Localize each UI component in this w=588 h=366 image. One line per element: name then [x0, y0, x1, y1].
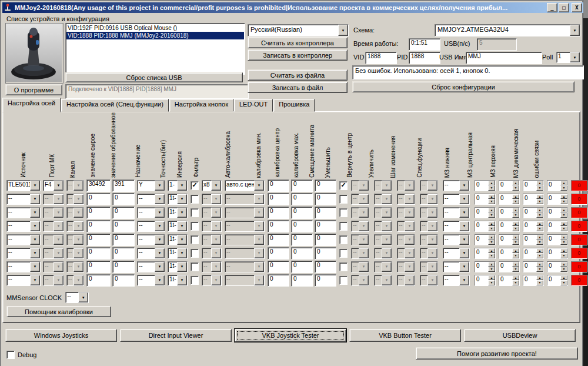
dropdown-arrow-icon[interactable]	[155, 275, 165, 285]
spin-up-icon[interactable]	[536, 221, 543, 227]
spin-down-icon[interactable]	[512, 226, 519, 231]
calibration-max-field[interactable]: 0	[315, 261, 336, 273]
mz-lower-spinner[interactable]: 0	[475, 194, 496, 205]
processed-value-field[interactable]: 0	[112, 220, 135, 232]
dropdown-arrow-icon[interactable]	[30, 181, 40, 191]
calibration-center-field[interactable]: 0	[291, 247, 313, 259]
spin-up-icon[interactable]	[512, 194, 519, 199]
pid-field[interactable]: 1888	[409, 52, 440, 64]
mz-upper-spinner[interactable]: 0	[523, 194, 544, 205]
spin-up-icon[interactable]	[560, 221, 567, 227]
raw-value-field[interactable]: 0	[86, 220, 111, 232]
spin-down-icon[interactable]	[536, 185, 543, 191]
spin-down-icon[interactable]	[512, 267, 519, 272]
mz-upper-spinner[interactable]: 0	[523, 275, 544, 286]
special-function-select[interactable]: --	[443, 261, 470, 272]
tool-button[interactable]: VKB Joystick Tester	[235, 329, 346, 342]
dropdown-arrow-icon[interactable]	[570, 52, 580, 62]
usb-name-field[interactable]: MMJ	[466, 52, 542, 64]
spin-up-icon[interactable]	[512, 235, 519, 240]
assignment-select[interactable]: --	[137, 234, 165, 245]
axis-source-select[interactable]: --	[6, 194, 41, 205]
spin-up-icon[interactable]	[560, 275, 567, 281]
mz-dynamic-spinner[interactable]: 0	[547, 194, 568, 205]
inversion-checkbox[interactable]	[191, 276, 199, 285]
mmsensor-clock-select[interactable]: --	[65, 292, 89, 303]
spin-down-icon[interactable]	[560, 280, 567, 285]
spin-up-icon[interactable]	[512, 181, 519, 186]
dropdown-arrow-icon[interactable]	[30, 208, 40, 218]
dropdown-arrow-icon[interactable]	[30, 262, 40, 272]
spin-down-icon[interactable]	[560, 239, 567, 245]
calibration-max-field[interactable]: 0	[315, 247, 336, 259]
mz-central-spinner[interactable]: 0	[499, 234, 520, 245]
spin-down-icon[interactable]	[512, 185, 519, 191]
spin-up-icon[interactable]	[512, 275, 519, 281]
tool-button[interactable]: Windows Joysticks	[5, 329, 117, 342]
magnet-offset-checkbox[interactable]	[339, 235, 348, 244]
spin-down-icon[interactable]	[560, 226, 567, 231]
calibration-min-field[interactable]: 0	[268, 193, 289, 205]
mz-dynamic-spinner[interactable]: 0	[547, 207, 568, 218]
dropdown-arrow-icon[interactable]	[155, 221, 165, 231]
precision-select[interactable]: 1t-	[168, 248, 188, 259]
tool-button[interactable]: Direct Input Viewer	[120, 329, 232, 342]
assignment-select[interactable]: Y	[137, 180, 165, 191]
magnet-offset-checkbox[interactable]	[339, 249, 348, 258]
calibration-min-field[interactable]: 0	[268, 274, 289, 287]
magnet-offset-checkbox[interactable]	[339, 222, 348, 231]
spin-down-icon[interactable]	[536, 226, 543, 231]
raw-value-field[interactable]: 0	[86, 274, 111, 287]
minimize-button[interactable]: _	[547, 3, 557, 12]
precision-select[interactable]: 1t-	[168, 234, 188, 245]
mz-dynamic-spinner[interactable]: 0	[547, 261, 568, 272]
mz-central-spinner[interactable]: 0	[499, 275, 520, 286]
dropdown-arrow-icon[interactable]	[177, 194, 187, 204]
inversion-checkbox[interactable]	[191, 181, 199, 190]
mz-upper-spinner[interactable]: 0	[523, 207, 544, 218]
spin-down-icon[interactable]	[488, 212, 495, 218]
spin-up-icon[interactable]	[560, 208, 567, 213]
special-function-select[interactable]: --	[443, 234, 470, 245]
dropdown-arrow-icon[interactable]	[459, 248, 469, 258]
reset-usb-list-button[interactable]: Сброс списка USB	[65, 72, 243, 82]
mz-central-spinner[interactable]: 0	[499, 221, 520, 232]
read-from-file-button[interactable]: Считать из файла	[248, 69, 348, 81]
dropdown-arrow-icon[interactable]	[177, 181, 187, 191]
tool-button[interactable]: VKB Button Tester	[349, 329, 461, 342]
axis-source-select[interactable]: --	[6, 248, 41, 259]
dropdown-arrow-icon[interactable]	[30, 194, 40, 204]
raw-value-field[interactable]: 0	[86, 193, 111, 205]
special-function-select[interactable]: --	[443, 221, 470, 232]
spin-up-icon[interactable]	[560, 194, 567, 199]
calibration-center-field[interactable]: 0	[291, 261, 313, 273]
calibration-min-field[interactable]: 0	[268, 179, 289, 192]
spin-up-icon[interactable]	[560, 235, 567, 240]
spin-up-icon[interactable]	[488, 181, 495, 186]
mz-upper-spinner[interactable]: 0	[523, 261, 544, 272]
scheme-select[interactable]: MMJOY2.ATMEGA32U4	[435, 24, 580, 36]
special-function-select[interactable]: --	[443, 207, 470, 218]
processed-value-field[interactable]: 0	[112, 234, 135, 246]
calibration-min-field[interactable]: 0	[268, 220, 289, 232]
calibration-max-field[interactable]: 0	[315, 220, 336, 232]
assignment-select[interactable]: --	[137, 207, 165, 218]
magnet-offset-checkbox[interactable]	[339, 208, 348, 217]
close-button[interactable]: X	[572, 3, 582, 12]
calibration-min-field[interactable]: 0	[268, 207, 289, 219]
about-button[interactable]: О программе	[5, 84, 62, 95]
spin-up-icon[interactable]	[536, 194, 543, 199]
calibration-max-field[interactable]: 0	[315, 274, 336, 287]
spin-up-icon[interactable]	[560, 262, 567, 267]
spin-down-icon[interactable]	[488, 253, 495, 258]
raw-value-field[interactable]: 0	[86, 234, 111, 246]
spin-up-icon[interactable]	[536, 275, 543, 281]
mz-upper-spinner[interactable]: 0	[523, 221, 544, 232]
calibration-max-field[interactable]: 0	[315, 179, 336, 192]
dropdown-arrow-icon[interactable]	[177, 221, 187, 231]
spin-down-icon[interactable]	[488, 267, 495, 272]
precision-select[interactable]: 1t-	[168, 194, 188, 205]
tab[interactable]: Настройка кнопок	[169, 99, 233, 112]
assignment-select[interactable]: --	[137, 275, 165, 286]
magnet-offset-checkbox[interactable]	[339, 262, 348, 271]
